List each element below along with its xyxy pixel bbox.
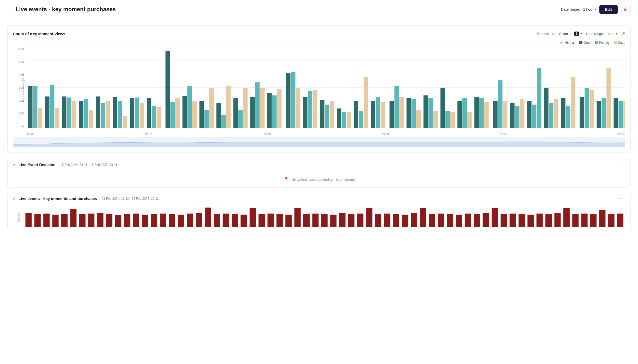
svg-rect-7 bbox=[67, 98, 71, 128]
svg-rect-109 bbox=[61, 214, 68, 227]
svg-rect-36 bbox=[233, 98, 238, 128]
svg-rect-163 bbox=[545, 214, 552, 227]
svg-rect-39 bbox=[250, 97, 255, 128]
chevron-down-icon: ▾ bbox=[595, 8, 596, 11]
svg-rect-11 bbox=[89, 110, 93, 128]
svg-rect-128 bbox=[232, 214, 238, 227]
svg-rect-131 bbox=[258, 214, 265, 227]
svg-rect-77 bbox=[467, 112, 472, 128]
svg-rect-157 bbox=[492, 208, 498, 227]
bars-area bbox=[27, 47, 625, 128]
svg-rect-140 bbox=[339, 213, 345, 227]
dimensions-dropdown[interactable]: Selected 1 ▾ bbox=[559, 32, 582, 36]
chart2-more-options-button[interactable]: ··· bbox=[620, 196, 625, 201]
svg-rect-82 bbox=[498, 80, 502, 128]
dimensions-badge: 1 bbox=[574, 32, 580, 36]
svg-rect-4 bbox=[50, 85, 54, 128]
y-label-500: 500 bbox=[19, 60, 24, 63]
collapse-icon[interactable]: ∧ bbox=[13, 162, 16, 167]
chart2-bars-wrapper bbox=[25, 206, 625, 227]
svg-rect-65 bbox=[399, 97, 404, 128]
legend-hide-all[interactable]: ⊘ Hide all bbox=[560, 41, 575, 45]
header-date-range-label: Date range: bbox=[561, 7, 580, 11]
legend-save[interactable]: Save bbox=[614, 41, 625, 45]
svg-rect-52 bbox=[325, 105, 329, 128]
svg-rect-122 bbox=[178, 215, 184, 227]
svg-rect-19 bbox=[135, 98, 139, 128]
svg-rect-62 bbox=[381, 102, 385, 128]
svg-rect-43 bbox=[272, 95, 276, 128]
dimensions-chevron-icon: ▾ bbox=[580, 32, 582, 35]
edit-button[interactable]: Edit bbox=[599, 5, 618, 14]
svg-rect-119 bbox=[151, 214, 157, 227]
svg-rect-33 bbox=[216, 103, 221, 128]
svg-rect-106 bbox=[34, 214, 41, 227]
svg-rect-8 bbox=[72, 101, 76, 128]
svg-rect-141 bbox=[348, 214, 354, 227]
svg-rect-66 bbox=[407, 98, 411, 128]
svg-rect-118 bbox=[142, 215, 148, 227]
svg-rect-26 bbox=[175, 98, 180, 128]
svg-rect-161 bbox=[527, 215, 534, 227]
svg-rect-103 bbox=[618, 101, 623, 128]
back-button[interactable]: ← bbox=[7, 7, 13, 13]
svg-rect-156 bbox=[483, 213, 489, 227]
svg-rect-102 bbox=[614, 98, 618, 128]
svg-rect-86 bbox=[520, 99, 524, 128]
svg-rect-27 bbox=[182, 96, 187, 128]
legend-penalty[interactable]: Penalty bbox=[595, 41, 610, 45]
svg-rect-79 bbox=[479, 98, 484, 128]
main-content: Count of Key Moment Views Dimensions: Se… bbox=[0, 19, 638, 236]
more-options-button[interactable]: ··· bbox=[620, 162, 625, 167]
y-label-0: 0 bbox=[22, 125, 24, 128]
svg-rect-145 bbox=[384, 214, 390, 227]
svg-rect-40 bbox=[255, 82, 260, 128]
svg-rect-15 bbox=[113, 97, 117, 128]
page-header: ← Live events - key moment purchases Dat… bbox=[0, 0, 638, 19]
svg-rect-98 bbox=[589, 90, 594, 128]
svg-rect-136 bbox=[303, 214, 310, 227]
y-axis-title: key moment view (SUM) bbox=[22, 74, 25, 102]
svg-rect-147 bbox=[402, 215, 408, 227]
header-right: Date range: 1 hour ▾ Edit 🗑 bbox=[561, 5, 631, 14]
svg-rect-158 bbox=[501, 214, 507, 227]
trend-icon[interactable]: ↗ bbox=[621, 31, 625, 37]
svg-rect-2 bbox=[38, 108, 42, 128]
svg-rect-55 bbox=[342, 112, 346, 128]
legend-goal[interactable]: Goal bbox=[579, 41, 590, 45]
svg-rect-134 bbox=[285, 215, 292, 227]
svg-rect-94 bbox=[566, 106, 570, 128]
delete-button[interactable]: 🗑 bbox=[621, 5, 631, 14]
x-label-0350: 03:50 bbox=[618, 133, 625, 136]
svg-rect-60 bbox=[371, 101, 375, 128]
chart1-controls: Dimensions: Selected 1 ▾ Date range: 1 h… bbox=[536, 31, 625, 37]
svg-rect-104 bbox=[623, 101, 625, 128]
chart2-svg bbox=[25, 206, 625, 227]
svg-rect-42 bbox=[267, 93, 272, 128]
svg-rect-169 bbox=[599, 210, 605, 227]
svg-rect-108 bbox=[52, 215, 59, 227]
empty-message: No actions executed during this timefram… bbox=[292, 178, 355, 181]
svg-rect-126 bbox=[214, 214, 220, 227]
svg-rect-110 bbox=[70, 209, 76, 227]
svg-rect-74 bbox=[450, 112, 455, 128]
chart2-y-label: Decision bbox=[17, 212, 20, 222]
goal-color-dot bbox=[579, 41, 582, 44]
svg-rect-112 bbox=[88, 214, 94, 227]
chart2-body: Decision bbox=[8, 205, 630, 230]
y-axis: key moment view (SUM) 600 500 400 300 20… bbox=[13, 47, 26, 128]
svg-rect-80 bbox=[484, 102, 489, 128]
svg-rect-71 bbox=[433, 111, 438, 128]
svg-rect-44 bbox=[277, 89, 281, 128]
mini-chart[interactable] bbox=[13, 137, 625, 147]
chart2-collapse-icon[interactable]: ∧ bbox=[13, 196, 16, 201]
chart1-date-range[interactable]: Date range: 1 hour ▾ bbox=[586, 32, 617, 36]
live-event-decision-section: ∧ Live Event Decision 15 Feb 2024, 23:41… bbox=[7, 158, 631, 188]
svg-rect-49 bbox=[308, 91, 312, 128]
svg-rect-75 bbox=[458, 101, 462, 128]
svg-rect-22 bbox=[152, 106, 156, 128]
decision-header: ∧ Live Event Decision 15 Feb 2024, 23:41… bbox=[8, 158, 630, 171]
header-date-range-dropdown[interactable]: 1 hour ▾ bbox=[583, 7, 596, 11]
svg-rect-6 bbox=[62, 96, 66, 128]
svg-rect-50 bbox=[313, 90, 317, 128]
